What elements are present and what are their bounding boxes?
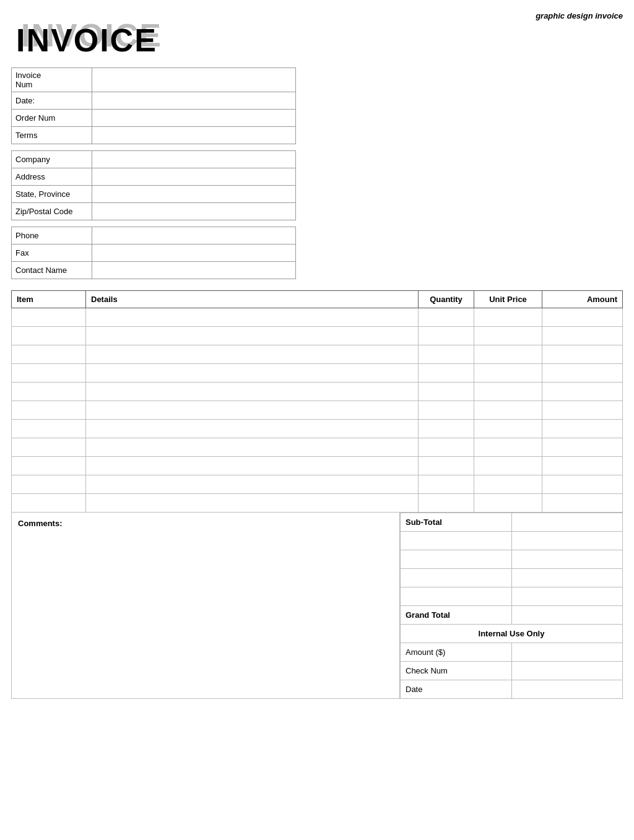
item-cell[interactable] xyxy=(12,494,86,513)
item-cell[interactable] xyxy=(12,420,86,438)
item-cell[interactable] xyxy=(12,475,86,494)
details-cell[interactable] xyxy=(86,308,419,327)
check-num-value[interactable] xyxy=(511,662,622,680)
item-cell[interactable] xyxy=(12,383,86,401)
qty-cell[interactable] xyxy=(419,364,474,383)
unit-price-cell[interactable] xyxy=(474,457,542,475)
amount-cell[interactable] xyxy=(542,420,623,438)
totals-table: Sub-Total Grand Total xyxy=(400,513,623,699)
terms-value[interactable] xyxy=(92,127,295,144)
col-header-quantity: Quantity xyxy=(419,291,474,308)
qty-cell[interactable] xyxy=(419,327,474,345)
amount-cell[interactable] xyxy=(542,457,623,475)
qty-cell[interactable] xyxy=(419,438,474,457)
unit-price-cell[interactable] xyxy=(474,494,542,513)
extra-label-4[interactable] xyxy=(401,587,512,606)
phone-value[interactable] xyxy=(92,227,295,245)
qty-cell[interactable] xyxy=(419,308,474,327)
order-num-value[interactable] xyxy=(92,110,295,127)
amount-cell[interactable] xyxy=(542,364,623,383)
invoice-num-value[interactable] xyxy=(92,68,295,92)
address-label: Address xyxy=(12,168,92,186)
subtotal-value[interactable] xyxy=(511,513,622,532)
order-num-label: Order Num xyxy=(12,110,92,127)
table-row: Order Num xyxy=(12,110,296,127)
details-cell[interactable] xyxy=(86,475,419,494)
details-cell[interactable] xyxy=(86,438,419,457)
extra-value-3[interactable] xyxy=(511,569,622,587)
phone-label: Phone xyxy=(12,227,92,245)
item-cell[interactable] xyxy=(12,438,86,457)
extra-value-1[interactable] xyxy=(511,532,622,550)
amount-cell[interactable] xyxy=(542,494,623,513)
amount-cell[interactable] xyxy=(542,308,623,327)
unit-price-cell[interactable] xyxy=(474,420,542,438)
unit-price-cell[interactable] xyxy=(474,475,542,494)
contact-name-label: Contact Name xyxy=(12,262,92,279)
state-province-value[interactable] xyxy=(92,186,295,203)
amount-dollar-row: Amount ($) xyxy=(401,643,623,662)
internal-date-value[interactable] xyxy=(511,680,622,699)
details-cell[interactable] xyxy=(86,327,419,345)
table-row: InvoiceNum xyxy=(12,68,296,92)
unit-price-cell[interactable] xyxy=(474,308,542,327)
extra-label-3[interactable] xyxy=(401,569,512,587)
table-row xyxy=(12,345,623,364)
details-cell[interactable] xyxy=(86,364,419,383)
table-row: Contact Name xyxy=(12,262,296,279)
qty-cell[interactable] xyxy=(419,401,474,420)
details-cell[interactable] xyxy=(86,401,419,420)
details-cell[interactable] xyxy=(86,494,419,513)
item-cell[interactable] xyxy=(12,364,86,383)
extra-value-4[interactable] xyxy=(511,587,622,606)
amount-cell[interactable] xyxy=(542,345,623,364)
details-cell[interactable] xyxy=(86,420,419,438)
amount-cell[interactable] xyxy=(542,475,623,494)
qty-cell[interactable] xyxy=(419,494,474,513)
unit-price-cell[interactable] xyxy=(474,327,542,345)
unit-price-cell[interactable] xyxy=(474,345,542,364)
date-value[interactable] xyxy=(92,92,295,110)
qty-cell[interactable] xyxy=(419,345,474,364)
table-row xyxy=(12,420,623,438)
item-cell[interactable] xyxy=(12,401,86,420)
amount-cell[interactable] xyxy=(542,383,623,401)
qty-cell[interactable] xyxy=(419,420,474,438)
items-table: Item Details Quantity Unit Price Amount xyxy=(11,290,623,513)
qty-cell[interactable] xyxy=(419,383,474,401)
company-value[interactable] xyxy=(92,151,295,168)
amount-cell[interactable] xyxy=(542,438,623,457)
item-cell[interactable] xyxy=(12,308,86,327)
amount-dollar-value[interactable] xyxy=(511,643,622,662)
unit-price-cell[interactable] xyxy=(474,401,542,420)
internal-use-header: Internal Use Only xyxy=(401,625,623,643)
invoice-num-label: InvoiceNum xyxy=(12,68,92,92)
address-value[interactable] xyxy=(92,168,295,186)
extra-label-1[interactable] xyxy=(401,532,512,550)
item-cell[interactable] xyxy=(12,457,86,475)
table-row: Phone xyxy=(12,227,296,245)
extra-label-2[interactable] xyxy=(401,550,512,569)
qty-cell[interactable] xyxy=(419,457,474,475)
fax-value[interactable] xyxy=(92,245,295,262)
item-cell[interactable] xyxy=(12,327,86,345)
extra-row-2 xyxy=(401,550,623,569)
check-num-row: Check Num xyxy=(401,662,623,680)
details-cell[interactable] xyxy=(86,345,419,364)
contact-name-value[interactable] xyxy=(92,262,295,279)
amount-cell[interactable] xyxy=(542,327,623,345)
extra-value-2[interactable] xyxy=(511,550,622,569)
invoice-info-table: InvoiceNum Date: Order Num Terms xyxy=(11,67,296,144)
amount-cell[interactable] xyxy=(542,401,623,420)
unit-price-cell[interactable] xyxy=(474,383,542,401)
zip-postal-value[interactable] xyxy=(92,203,295,220)
grand-total-value[interactable] xyxy=(511,606,622,625)
date-label: Date: xyxy=(12,92,92,110)
unit-price-cell[interactable] xyxy=(474,364,542,383)
details-cell[interactable] xyxy=(86,383,419,401)
comments-area[interactable]: Comments: xyxy=(11,513,400,699)
unit-price-cell[interactable] xyxy=(474,438,542,457)
qty-cell[interactable] xyxy=(419,475,474,494)
details-cell[interactable] xyxy=(86,457,419,475)
item-cell[interactable] xyxy=(12,345,86,364)
